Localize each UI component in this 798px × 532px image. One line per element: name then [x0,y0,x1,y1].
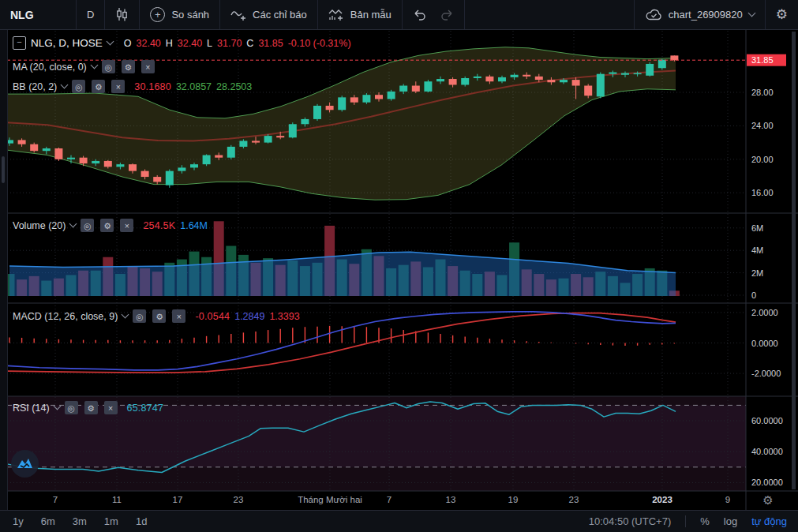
collapse-icon[interactable]: − [13,36,26,50]
visibility-icon[interactable]: ◎ [133,309,146,323]
visibility-icon[interactable]: ◎ [102,60,115,73]
svg-text:31.85: 31.85 [751,55,774,65]
log-scale-toggle[interactable]: log [724,515,737,527]
bottom-right-controls: 10:04:50 (UTC+7) % log tự động [589,515,787,527]
visibility-icon[interactable]: ◎ [65,401,78,414]
brand-logo[interactable] [11,450,39,478]
gear-icon[interactable]: ⚙ [92,80,105,93]
svg-text:2M: 2M [751,268,763,278]
range-1y[interactable]: 1y [13,515,24,527]
clock[interactable]: 10:04:50 (UTC+7) [589,515,671,527]
close-icon[interactable]: × [141,60,155,73]
close-icon[interactable]: × [120,219,133,232]
high-value: 32.40 [178,38,202,49]
close-icon[interactable]: × [111,80,125,93]
svg-text:0.0000: 0.0000 [751,339,778,348]
chevron-down-icon [122,311,129,319]
bottom-toolbar: 1y 6m 3m 1m 1d 10:04:50 (UTC+7) % log tự… [0,510,798,532]
close-icon[interactable]: × [172,309,185,323]
chevron-down-icon [53,403,61,410]
bb-value-1: 30.1680 [134,81,171,92]
chart-style-button[interactable] [105,0,140,29]
range-1m[interactable]: 1m [104,515,118,527]
svg-text:23: 23 [569,495,579,504]
time-axis-labels: 7111723Tháng Mười hai713192320239 [53,495,730,504]
gear-icon[interactable]: ⚙ [100,219,114,232]
compare-button[interactable]: + So sánh [140,0,220,29]
undo-icon[interactable] [413,9,427,21]
svg-text:20.00: 20.00 [751,155,774,164]
svg-text:7: 7 [387,495,392,504]
rsi-label[interactable]: RSI (14) [13,403,50,414]
low-value: 31.70 [217,38,242,49]
redo-icon[interactable] [440,9,454,21]
toolbar-right: chart_26909820 ⚙ [634,0,798,29]
svg-text:16.00: 16.00 [751,188,774,197]
symbol-label: NLG [10,9,34,21]
bb-label[interactable]: BB (20, 2) [13,81,57,92]
drawing-toolbar-handle[interactable] [2,156,5,183]
rsi-value: 65.8747 [127,403,164,414]
svg-text:13: 13 [446,495,456,504]
visibility-icon[interactable]: ◎ [72,80,85,93]
ma-label[interactable]: MA (20, close, 0) [13,62,87,73]
svg-text:28.00: 28.00 [751,88,774,97]
macd-value-2: 1.2849 [234,311,264,322]
close-label: C [246,38,253,49]
visibility-icon[interactable]: ◎ [81,219,94,232]
rsi-legend-row: RSI (14) ◎⚙× 65.8747 [13,401,163,414]
range-1d[interactable]: 1d [136,515,147,527]
svg-text:4M: 4M [751,245,763,255]
divider [685,515,686,527]
svg-text:19: 19 [508,495,519,504]
volume-label[interactable]: Volume (20) [13,220,66,231]
drawing-toolbar-collapsed[interactable] [0,30,8,510]
main-legend-row: − NLG, D, HOSE O 32.40 H 32.40 L 31.70 C… [13,36,351,50]
chart-name-button[interactable]: chart_26909820 [634,0,765,29]
chevron-down-icon [69,220,77,228]
volume-value-2: 1.64M [180,220,208,231]
interval-button[interactable]: D [77,0,105,29]
percent-scale-toggle[interactable]: % [700,515,710,527]
macd-label[interactable]: MACD (12, 26, close, 9) [13,311,118,322]
top-toolbar: NLG D + So sánh Các chỉ báo Bản mẫu [0,0,798,30]
svg-text:-2.0000: -2.0000 [751,369,781,378]
svg-text:11: 11 [112,495,122,504]
change-value: -0.10 (-0.31%) [288,38,351,49]
open-label: O [124,38,132,49]
svg-text:2.0000: 2.0000 [751,308,778,317]
templates-button[interactable]: Bản mẫu [318,0,403,29]
indicators-icon [230,8,246,22]
close-icon[interactable]: × [104,401,118,414]
range-buttons: 1y 6m 3m 1m 1d [13,515,147,527]
rsi-band-fill [7,405,746,466]
auto-scale-toggle[interactable]: tự động [751,515,787,527]
high-label: H [166,38,173,49]
svg-text:17: 17 [173,495,183,504]
gear-icon[interactable]: ⚙ [152,309,166,323]
price-axis-labels: 28.0024.0020.0016.006M4M2M02.00000.0000-… [751,88,783,487]
range-3m[interactable]: 3m [73,515,87,527]
chart-properties-button[interactable]: ⚙ [765,0,798,29]
symbol-search-button[interactable]: NLG [0,0,77,29]
indicators-button[interactable]: Các chỉ báo [220,0,318,29]
gear-icon[interactable]: ⚙ [122,60,135,73]
bb-value-3: 28.2503 [216,81,252,92]
compare-label: So sánh [171,9,209,21]
range-6m[interactable]: 6m [41,515,55,527]
chevron-down-icon [61,81,69,89]
brand-logo-icon [17,457,33,470]
gear-icon[interactable]: ⚙ [84,401,98,414]
candlestick-icon [115,7,129,22]
interval-label: D [87,9,94,21]
scrollbar [792,32,796,489]
templates-icon [328,8,344,22]
volume-legend-row: Volume (20) ◎⚙× 254.5K 1.64M [13,219,208,232]
time-axis-settings-icon[interactable]: ⚙ [756,491,780,510]
macd-histogram [9,326,674,346]
macd-legend-row: MACD (12, 26, close, 9) ◎⚙× -0.0544 1.28… [13,309,300,323]
svg-text:9: 9 [725,495,730,504]
svg-text:24.00: 24.00 [751,121,774,130]
macd-value-3: 1.3393 [269,311,299,322]
legend-symbol[interactable]: NLG, D, HOSE [31,37,103,49]
